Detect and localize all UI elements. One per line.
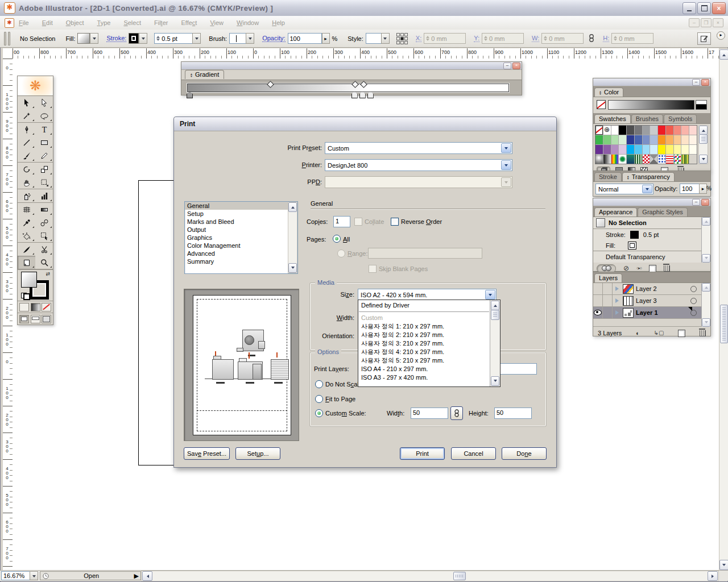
size-option[interactable]: ISO A4 - 210 x 297 mm. <box>358 365 490 373</box>
dropdown-scroll-up-icon[interactable] <box>491 301 499 310</box>
layers-scroll-up-icon[interactable] <box>702 283 710 292</box>
reference-point-icon[interactable] <box>396 33 408 44</box>
swatch-4763ad[interactable] <box>635 135 642 144</box>
swatch-daf0d8[interactable] <box>619 135 626 144</box>
make-clipping-mask-icon[interactable]: ◐ <box>636 330 640 336</box>
reduce-to-basic-appearance-icon[interactable]: ○▸○ <box>636 265 642 272</box>
layer-name[interactable]: Layer 2 <box>636 285 690 292</box>
tab-graphic-styles[interactable]: Graphic Styles <box>638 207 688 217</box>
menu-view[interactable]: View <box>210 19 224 26</box>
palette-minimize-icon[interactable]: – <box>503 63 511 69</box>
layer-row-layer-2[interactable]: Layer 2 <box>593 283 701 295</box>
horizontal-scrollbar[interactable] <box>141 571 719 581</box>
visibility-cell[interactable] <box>593 283 603 294</box>
type-tool[interactable]: T <box>35 123 53 136</box>
gradient-mode-button[interactable] <box>31 303 40 311</box>
palette-minimize-icon[interactable]: – <box>692 79 700 86</box>
swatch-00aef0[interactable] <box>627 145 634 154</box>
magic-wand-tool[interactable] <box>18 109 35 122</box>
print-button[interactable]: Print <box>400 447 445 460</box>
swatch-c9cbcd[interactable] <box>650 126 657 135</box>
menu-window[interactable]: Window <box>237 19 259 26</box>
standard-screen-mode-button[interactable] <box>19 315 29 323</box>
pencil-tool[interactable] <box>35 149 53 162</box>
appearance-row-fill[interactable]: Fill: <box>593 240 701 251</box>
status-menu-arrow[interactable]: ▶ <box>134 572 139 580</box>
line-segment-tool[interactable] <box>18 136 35 149</box>
section-item-summary[interactable]: Summary <box>185 257 289 265</box>
fullscreen-menu-mode-button[interactable] <box>31 315 40 323</box>
delete-item-button[interactable] <box>664 265 670 272</box>
none-mode-button[interactable] <box>42 303 51 311</box>
swatch-fff56a[interactable] <box>666 145 673 154</box>
none-color-swatch[interactable] <box>597 100 606 109</box>
scale-tool[interactable] <box>35 163 53 176</box>
warp-tool[interactable] <box>18 176 35 189</box>
list-scroll-up-icon[interactable] <box>288 202 297 212</box>
palette-minimize-icon[interactable]: – <box>692 199 700 206</box>
swatch-checker-red[interactable] <box>643 155 650 164</box>
fit-to-page-radio[interactable] <box>315 395 323 403</box>
size-option[interactable]: 사용자 정의 1: 210 x 297 mm. <box>358 322 490 331</box>
menu-file[interactable]: File <box>19 19 29 26</box>
paintbrush-tool[interactable] <box>18 149 35 162</box>
swatch-2b3991[interactable] <box>627 135 634 144</box>
title-bar[interactable]: ✱ Adobe Illustrator - [2D-1 [Converted].… <box>0 0 728 16</box>
menu-help[interactable]: Help <box>272 19 285 26</box>
swatch-none[interactable] <box>595 126 603 135</box>
tab-layers[interactable]: Layers <box>594 273 622 282</box>
swatch-grad-teal[interactable] <box>627 155 634 164</box>
swatch-b2e0ae[interactable] <box>611 135 619 144</box>
appearance-scroll-down-icon[interactable] <box>702 254 710 263</box>
swatch-757578[interactable] <box>635 126 642 135</box>
swatch-f9b4aa[interactable] <box>681 126 689 135</box>
expand-triangle-icon[interactable] <box>615 298 619 303</box>
section-item-output[interactable]: Output <box>185 226 289 234</box>
delete-layer-button[interactable] <box>700 330 706 336</box>
stroke-dropdown-arrow[interactable] <box>139 33 147 44</box>
zoom-dropdown-arrow[interactable] <box>30 571 38 580</box>
copies-field[interactable]: 1 <box>333 216 350 227</box>
fill-indicator[interactable] <box>21 272 37 288</box>
page-tool[interactable] <box>18 256 35 269</box>
eyedropper-tool[interactable] <box>18 216 35 229</box>
size-option[interactable]: 사용자 정의 3: 210 x 297 mm. <box>358 339 490 348</box>
scale-width-field[interactable]: 50 <box>411 408 448 419</box>
menu-type[interactable]: Type <box>97 19 111 26</box>
color-mode-button[interactable] <box>19 303 29 311</box>
zoom-tool[interactable] <box>35 256 53 269</box>
section-item-setup[interactable]: Setup <box>185 210 289 218</box>
swatch-grad-rainbow[interactable] <box>611 155 619 164</box>
swatch-7ece7c[interactable] <box>603 135 611 144</box>
swatches-scroll-up-icon[interactable] <box>699 126 708 135</box>
pages-all-radio[interactable] <box>333 235 341 243</box>
list-scroll-down-icon[interactable] <box>288 263 297 273</box>
size-option[interactable]: 사용자 정의 2: 210 x 297 mm. <box>358 331 490 339</box>
scroll-down-icon[interactable] <box>719 560 728 570</box>
link-scale-icon[interactable] <box>450 406 463 420</box>
do-not-scale-radio[interactable] <box>315 380 323 388</box>
gradient-tab[interactable]: ▲▼Gradient <box>185 70 224 79</box>
gradient-stop[interactable] <box>359 92 366 98</box>
dropdown-scroll-down-icon[interactable] <box>491 376 499 386</box>
gradient-midpoint-marker[interactable] <box>267 81 274 88</box>
lock-cell[interactable] <box>603 307 613 318</box>
swatch-fffccf[interactable] <box>681 145 689 154</box>
swatch-9c9ea1[interactable] <box>643 126 650 135</box>
appearance-row-stroke[interactable]: Stroke: 0.5 pt <box>593 229 701 240</box>
opacity-stepper-arrow[interactable]: ▸ <box>699 184 707 194</box>
fill-dropdown-arrow[interactable] <box>90 33 98 44</box>
tab-transparency[interactable]: ▲▼Transparency <box>622 172 675 181</box>
maximize-button[interactable] <box>697 2 711 14</box>
preset-combo[interactable]: Custom <box>325 142 512 154</box>
swatches-scroll-thumb[interactable] <box>699 134 708 144</box>
swatch-672e92[interactable] <box>595 145 603 154</box>
controlbar-menu-arrow[interactable]: ▸ <box>717 31 725 40</box>
lock-cell[interactable] <box>603 283 613 294</box>
size-option[interactable]: Defined by Driver <box>358 301 490 310</box>
swatch-4e4e50[interactable] <box>627 126 634 135</box>
blend-mode-combo[interactable]: Normal <box>595 184 653 194</box>
expand-triangle-icon[interactable] <box>615 286 619 291</box>
document-setup-icon[interactable] <box>697 32 711 45</box>
vertical-scroll-thumb[interactable] <box>720 305 728 343</box>
